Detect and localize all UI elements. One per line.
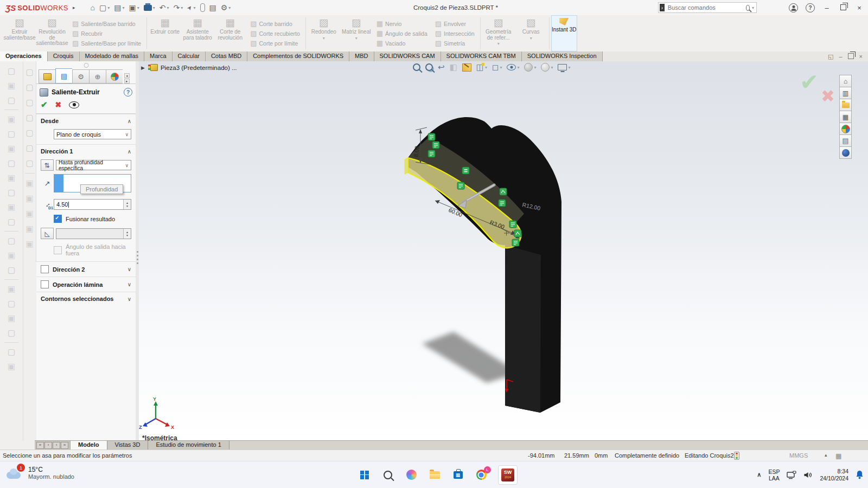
rebuild-button[interactable]: ▤ xyxy=(209,3,216,12)
ribbon-big-button[interactable]: Curvas▾ xyxy=(515,15,547,52)
language-indicator[interactable]: ESP LAA xyxy=(768,468,780,481)
model-3d[interactable]: 8.00 60.00 R3.00 R12.00 xyxy=(139,61,868,441)
minimize-button[interactable]: – xyxy=(822,4,831,12)
section-operacion-lamina-header[interactable]: Operación lámina ∨ xyxy=(36,277,136,292)
ribbon-small-button[interactable]: Nervio xyxy=(376,20,427,27)
ribbon-small-button[interactable]: Corte barrido xyxy=(250,20,300,27)
ribbon-small-button[interactable]: Recubrir xyxy=(72,30,141,37)
command-tab[interactable]: Calcular xyxy=(173,52,206,61)
reverse-direction-button[interactable]: ⇄ xyxy=(41,159,54,171)
options-button[interactable]: ⚙▾ xyxy=(221,3,231,12)
caret-icon[interactable]: ▾ xyxy=(167,5,169,10)
accept-button[interactable]: ✔ xyxy=(41,100,48,110)
ribbon-small-button[interactable]: Saliente/Base barrido xyxy=(72,20,141,27)
file-explorer-button[interactable] xyxy=(428,468,441,481)
doc-close-icon[interactable]: × xyxy=(859,53,863,60)
tab-featuremanager[interactable] xyxy=(39,69,55,84)
instant3d-button[interactable]: Instant 3D xyxy=(551,15,577,52)
open-button[interactable]: ▤▾ xyxy=(114,3,124,12)
caret-icon[interactable]: ▾ xyxy=(181,5,183,10)
network-icon[interactable] xyxy=(787,471,796,479)
tab-modelo[interactable]: Modelo xyxy=(71,441,107,450)
tab-scroll-right-icon[interactable]: ▸ xyxy=(124,79,130,84)
help-icon[interactable]: ? xyxy=(806,3,815,12)
search-icon[interactable] xyxy=(746,5,750,11)
volume-icon[interactable] xyxy=(803,471,813,479)
chrome-button[interactable]: L xyxy=(475,468,488,481)
tab-operaciones[interactable]: Operaciones xyxy=(0,52,48,61)
merge-result-checkbox[interactable] xyxy=(54,215,62,223)
tab-configurations[interactable]: ⚙ xyxy=(72,69,89,84)
depth-input[interactable]: 4.50 ▲ ▼ xyxy=(54,199,131,210)
collapse-icon[interactable]: ∧ xyxy=(127,149,131,155)
ribbon-big-button[interactable]: Extruir saliente/base xyxy=(3,15,36,52)
panel-grip[interactable] xyxy=(84,63,88,68)
doc-undock-icon[interactable]: ◱ xyxy=(828,53,833,60)
model-tab[interactable]: Estudio de movimiento 1 xyxy=(148,441,229,450)
command-tab[interactable]: SOLIDWORKS CAM TBM xyxy=(441,52,522,61)
direccion2-checkbox[interactable] xyxy=(41,265,49,273)
expand-icon[interactable]: ∨ xyxy=(127,296,131,302)
nav-next-icon[interactable]: › xyxy=(53,442,60,449)
caret-icon[interactable]: ▾ xyxy=(107,5,110,10)
depth-spinner[interactable]: ▲ ▼ xyxy=(123,200,131,209)
nav-prev-icon[interactable]: ‹ xyxy=(44,442,52,449)
new-document-button[interactable]: ▢▾ xyxy=(99,3,110,12)
command-tab[interactable]: Marca xyxy=(144,52,173,61)
ribbon-big-button[interactable]: Redondeo▾ xyxy=(308,15,340,52)
undo-button[interactable]: ↶▾ xyxy=(159,3,169,12)
tab-propertymanager[interactable]: ▤ xyxy=(55,68,72,84)
command-tab[interactable]: Complementos de SOLIDWORKS xyxy=(247,52,349,61)
ribbon-big-button[interactable]: Corte de revolución xyxy=(214,15,246,52)
help-icon[interactable]: ? xyxy=(124,88,132,97)
print-button[interactable]: ▾ xyxy=(144,5,155,11)
tag-icon[interactable]: ▦ xyxy=(835,452,841,460)
preview-eye-button[interactable] xyxy=(69,101,79,108)
caret-icon[interactable]: ▾ xyxy=(123,5,125,10)
caret-icon[interactable]: ▾ xyxy=(228,5,231,10)
select-button[interactable]: ➤▾ xyxy=(187,4,195,11)
caret-icon[interactable]: ▾ xyxy=(323,36,325,41)
solidworks-app-button[interactable]: SW 2024 xyxy=(498,465,518,485)
weather-widget[interactable]: 1 15°C Mayorm. nublado xyxy=(5,465,74,481)
cancel-button[interactable]: ✖ xyxy=(55,100,62,109)
menu-flyout-icon[interactable]: ▸ xyxy=(73,5,75,10)
caret-icon[interactable]: ▾ xyxy=(530,36,532,41)
ribbon-small-button[interactable]: Corte por límite xyxy=(250,40,300,47)
doc-minimize-icon[interactable]: – xyxy=(839,53,842,60)
close-button[interactable]: × xyxy=(855,4,864,12)
end-condition-select[interactable]: Hasta profundidad específica ∨ xyxy=(56,160,131,170)
search-caret-icon[interactable]: ▾ xyxy=(752,5,754,10)
expand-icon[interactable]: ∨ xyxy=(127,281,131,287)
user-account-icon[interactable] xyxy=(789,3,798,12)
ribbon-small-button[interactable]: Ángulo de salida xyxy=(376,30,427,37)
redo-button[interactable]: ↷▾ xyxy=(174,3,183,12)
clock[interactable]: 8:34 24/10/2024 xyxy=(820,468,848,482)
taskbar-search-button[interactable] xyxy=(381,468,394,481)
start-condition-select[interactable]: Plano de croquis ∨ xyxy=(54,129,131,139)
ribbon-small-button[interactable]: Saliente/Base por límite xyxy=(72,40,141,47)
ribbon-small-button[interactable]: Simetría xyxy=(435,40,475,47)
caret-icon[interactable]: ▾ xyxy=(153,5,155,10)
restore-button[interactable] xyxy=(839,4,847,12)
section-direccion2-header[interactable]: Dirección 2 ∨ xyxy=(36,262,136,277)
ribbon-big-button[interactable]: Geometría de refer...▾ xyxy=(482,15,515,52)
command-tab[interactable]: SOLIDWORKS CAM xyxy=(374,52,441,61)
notification-bell-icon[interactable] xyxy=(856,470,864,479)
search-input[interactable] xyxy=(667,4,746,11)
graphics-viewport[interactable]: ▶ Pieza3 (Predeterminado) ... ↩ ◧ ◫▾ ◻▾ … xyxy=(139,61,868,441)
caret-icon[interactable]: ▾ xyxy=(137,5,139,10)
command-tab[interactable]: Croquis xyxy=(48,52,80,61)
caret-icon[interactable]: ▾ xyxy=(355,36,358,41)
section-desde-header[interactable]: Desde ∧ xyxy=(36,114,136,127)
tab-appearances[interactable] xyxy=(106,69,123,84)
ribbon-big-button[interactable]: Matriz lineal▾ xyxy=(340,15,373,52)
tray-overflow-icon[interactable]: ∧ xyxy=(757,471,761,478)
direction-selection-box[interactable]: Profundidad xyxy=(54,174,131,192)
model-tab[interactable]: Vistas 3D xyxy=(107,441,149,450)
home-button[interactable]: ⌂ xyxy=(91,3,95,12)
status-caret-icon[interactable]: ▴ xyxy=(825,452,827,458)
save-button[interactable]: ▣▾ xyxy=(129,3,139,12)
ribbon-small-button[interactable]: Vaciado xyxy=(376,40,427,47)
ribbon-big-button[interactable]: Asistente para taladro xyxy=(181,15,214,52)
